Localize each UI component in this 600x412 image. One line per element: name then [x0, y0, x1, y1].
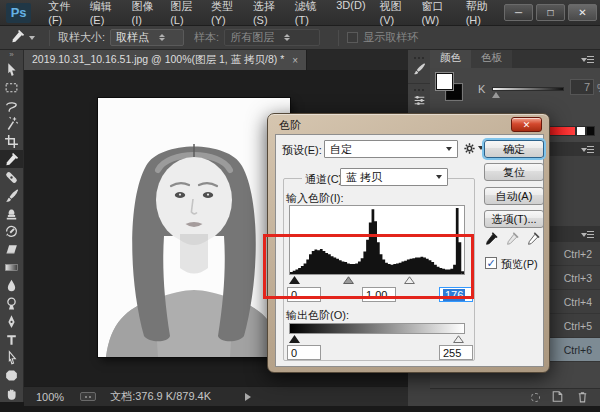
sample-select[interactable]: 所有图层: [224, 29, 320, 46]
healing-brush-tool[interactable]: [0, 168, 23, 186]
show-sampling-ring-checkbox[interactable]: [347, 32, 358, 43]
sample-size-value: 取样点: [116, 30, 149, 45]
channel-select[interactable]: 蓝 拷贝: [340, 168, 448, 186]
crop-icon: [4, 134, 19, 149]
gray-point-eyedropper-icon[interactable]: [505, 231, 520, 248]
shape-tool[interactable]: [0, 366, 23, 384]
zoom-scrubber-icon[interactable]: [80, 392, 96, 401]
updown-arrows-icon: [159, 34, 165, 41]
dialog-close-button[interactable]: ✕: [511, 117, 542, 132]
clone-source-panel-button[interactable]: [408, 84, 430, 116]
output-shadow-slider[interactable]: [289, 335, 300, 343]
eyedropper-tool[interactable]: [0, 150, 23, 168]
magic-wand-tool[interactable]: [0, 114, 23, 132]
close-window-button[interactable]: ✕: [568, 4, 597, 21]
portrait-image: [98, 98, 290, 357]
delete-channel-icon[interactable]: [575, 389, 590, 406]
hand-tool[interactable]: [0, 384, 23, 402]
window-controls: ─ □ ✕: [501, 4, 597, 21]
status-menu-arrow-icon[interactable]: [245, 393, 251, 401]
blur-icon: [4, 278, 19, 293]
channel-shortcut: Ctrl+5: [564, 320, 592, 332]
preset-select[interactable]: 自定: [324, 140, 458, 158]
output-highlight-field[interactable]: 255: [439, 345, 473, 360]
path-select-tool[interactable]: [0, 348, 23, 366]
black-point-eyedropper-icon[interactable]: [484, 231, 499, 248]
menu-items: 文件(F)编辑(E)图像(I)图层(L)类型(Y)选择(S)滤镜(T)3D(D)…: [41, 0, 501, 26]
output-highlight-value: 255: [443, 347, 461, 359]
lasso-icon: [4, 98, 19, 113]
preview-checkbox[interactable]: [485, 257, 497, 269]
zoom-level[interactable]: 100%: [36, 391, 64, 403]
tab-color[interactable]: 颜色: [430, 49, 471, 68]
foreground-color-swatch[interactable]: [436, 73, 453, 90]
blur-tool[interactable]: [0, 276, 23, 294]
ps-logo-icon: Ps: [6, 3, 31, 23]
white-swatch[interactable]: [576, 126, 586, 136]
menu-item[interactable]: 帮助(H): [459, 0, 501, 26]
menu-item[interactable]: 文件(F): [41, 0, 82, 26]
close-tab-icon[interactable]: ×: [292, 55, 298, 66]
menu-item[interactable]: 图像(I): [125, 0, 164, 26]
black-swatch[interactable]: [586, 126, 595, 136]
new-channel-icon[interactable]: [550, 389, 565, 406]
pen-tool[interactable]: [0, 312, 23, 330]
menu-item[interactable]: 选择(S): [246, 0, 288, 26]
reset-button[interactable]: 复位: [484, 163, 544, 181]
output-shadow-field[interactable]: 0: [287, 345, 321, 360]
panel-menu-icon[interactable]: [581, 230, 594, 239]
tab-swatches[interactable]: 色板: [471, 49, 512, 68]
move-icon: [4, 62, 19, 77]
dodge-tool[interactable]: [0, 294, 23, 312]
menu-item[interactable]: 图层(L): [163, 0, 204, 26]
eraser-tool[interactable]: [0, 240, 23, 258]
crop-tool[interactable]: [0, 132, 23, 150]
annotation-highlight-rect: [263, 234, 474, 299]
menu-item[interactable]: 滤镜(T): [288, 0, 329, 26]
maximize-button[interactable]: □: [536, 4, 565, 21]
output-levels-label: 输出色阶(O):: [286, 308, 349, 323]
clone-stamp-tool[interactable]: [0, 204, 23, 222]
portrait-photo[interactable]: [98, 98, 290, 357]
output-gradient-bar: [289, 323, 465, 334]
output-highlight-slider[interactable]: [453, 335, 464, 343]
type-tool[interactable]: [0, 330, 23, 348]
menubar: Ps 文件(F)编辑(E)图像(I)图层(L)类型(Y)选择(S)滤镜(T)3D…: [0, 0, 600, 26]
k-value-field[interactable]: 7: [570, 79, 594, 95]
menu-item[interactable]: 编辑(E): [83, 0, 125, 26]
brush-panel-button[interactable]: [408, 52, 430, 84]
menu-item[interactable]: 类型(Y): [204, 0, 246, 26]
updown-arrows-icon: [284, 34, 290, 41]
preset-options-gear-icon[interactable]: [462, 141, 484, 158]
move-tool[interactable]: [0, 60, 23, 78]
menu-item[interactable]: 3D(D): [329, 0, 372, 26]
sample-size-select[interactable]: 取样点: [110, 29, 184, 46]
minimize-button[interactable]: ─: [504, 4, 533, 21]
menu-item[interactable]: 视图(V): [373, 0, 415, 26]
panel-menu-icon[interactable]: [581, 145, 594, 154]
marquee-icon: [4, 80, 19, 95]
output-shadow-value: 0: [291, 347, 297, 359]
gradient-icon: [4, 260, 19, 275]
divider: [338, 30, 339, 46]
clone-stamp-icon: [4, 206, 19, 221]
marquee-tool[interactable]: [0, 78, 23, 96]
k-slider[interactable]: [492, 87, 564, 91]
history-brush-tool[interactable]: [0, 222, 23, 240]
options-button[interactable]: 选项(T)...: [484, 210, 544, 228]
auto-button[interactable]: 自动(A): [484, 187, 544, 205]
k-slider-thumb[interactable]: [492, 92, 500, 98]
ok-button[interactable]: 确定: [484, 140, 544, 158]
brush-tool[interactable]: [0, 186, 23, 204]
panel-menu-icon[interactable]: [581, 55, 594, 64]
lasso-tool[interactable]: [0, 96, 23, 114]
document-tab[interactable]: 2019.10.31_10.16.51.jpg @ 100%(图层 1, 蓝 拷…: [24, 50, 307, 70]
output-sliders: [289, 334, 465, 344]
white-point-eyedropper-icon[interactable]: [526, 231, 541, 248]
toolbar-chevron-icon[interactable]: [9, 50, 13, 60]
current-tool-dropdown[interactable]: [10, 29, 35, 46]
load-selection-icon[interactable]: [531, 393, 540, 402]
menu-item[interactable]: 窗口(W): [414, 0, 458, 26]
gradient-tool[interactable]: [0, 258, 23, 276]
input-levels-label: 输入色阶(I):: [286, 191, 343, 206]
